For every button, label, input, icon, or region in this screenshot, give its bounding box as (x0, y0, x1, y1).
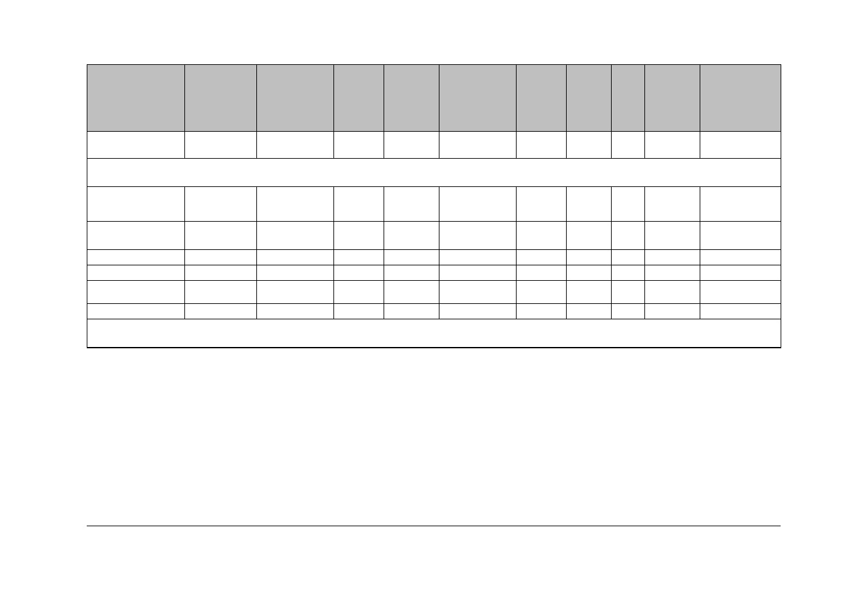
table-cell (334, 187, 384, 222)
table-cell (567, 304, 612, 319)
table-row (87, 187, 781, 222)
table-cell (185, 304, 257, 319)
page (87, 64, 781, 348)
table-cell (334, 281, 384, 304)
table-cell (257, 222, 334, 250)
table-cell (645, 132, 700, 159)
table-cell (87, 265, 185, 281)
table-cell-merged (87, 159, 781, 187)
table-cell (185, 265, 257, 281)
table-cell (612, 222, 645, 250)
table-header-cell (645, 65, 700, 132)
table-row (87, 304, 781, 319)
table-cell (384, 132, 439, 159)
table-cell (334, 304, 384, 319)
table-cell-merged (87, 319, 781, 348)
table-cell (257, 265, 334, 281)
table-row (87, 132, 781, 159)
table-row (87, 281, 781, 304)
table-cell (700, 304, 781, 319)
table-cell (439, 222, 517, 250)
table-cell (384, 222, 439, 250)
table-cell (185, 222, 257, 250)
table-cell (334, 250, 384, 265)
table-cell (439, 250, 517, 265)
table-cell (517, 222, 567, 250)
table-header-cell (439, 65, 517, 132)
table-cell (645, 222, 700, 250)
table-cell (612, 187, 645, 222)
table-cell (439, 187, 517, 222)
table-cell (567, 265, 612, 281)
table-header-cell (700, 65, 781, 132)
table-cell (612, 265, 645, 281)
table-cell (645, 281, 700, 304)
table-cell (567, 132, 612, 159)
table-header-cell (567, 65, 612, 132)
table-cell (567, 187, 612, 222)
table-header-cell (517, 65, 567, 132)
table-cell (517, 265, 567, 281)
table-cell (567, 250, 612, 265)
table-cell (612, 132, 645, 159)
table-header-cell (257, 65, 334, 132)
table-cell (87, 187, 185, 222)
table-cell (87, 250, 185, 265)
table-header-cell (87, 65, 185, 132)
table-cell (567, 281, 612, 304)
table-cell (700, 187, 781, 222)
table-cell (257, 250, 334, 265)
table-cell (384, 250, 439, 265)
table-header-row (87, 65, 781, 132)
table-cell (185, 250, 257, 265)
table-cell (334, 132, 384, 159)
table-cell (185, 187, 257, 222)
table-cell (517, 187, 567, 222)
table-cell (87, 222, 185, 250)
data-table (87, 64, 781, 348)
table-cell (517, 281, 567, 304)
table-cell (87, 304, 185, 319)
table-cell (257, 281, 334, 304)
table-cell (384, 281, 439, 304)
table-cell (612, 250, 645, 265)
table-cell (87, 281, 185, 304)
table-cell (700, 281, 781, 304)
table-cell (439, 265, 517, 281)
table-cell (439, 304, 517, 319)
table-row (87, 222, 781, 250)
table-cell (517, 132, 567, 159)
table-cell (87, 132, 185, 159)
table-cell (334, 265, 384, 281)
table-cell (645, 187, 700, 222)
table-header-cell (384, 65, 439, 132)
table-cell (645, 265, 700, 281)
table-cell (645, 250, 700, 265)
table-cell (700, 265, 781, 281)
table-cell (439, 281, 517, 304)
table-row-merged (87, 319, 781, 348)
table-cell (700, 250, 781, 265)
table-cell (700, 132, 781, 159)
table-cell (645, 304, 700, 319)
table-cell (612, 304, 645, 319)
footer-separator (87, 526, 781, 526)
table-cell (257, 132, 334, 159)
table-cell (185, 132, 257, 159)
table-cell (384, 265, 439, 281)
table-header-cell (334, 65, 384, 132)
table-cell (384, 187, 439, 222)
table-cell (257, 187, 334, 222)
table-row-merged (87, 159, 781, 187)
table-cell (612, 281, 645, 304)
table-cell (257, 304, 334, 319)
table-cell (567, 222, 612, 250)
table-row (87, 250, 781, 265)
table-cell (517, 250, 567, 265)
table-header-cell (612, 65, 645, 132)
table-cell (517, 304, 567, 319)
table-cell (700, 222, 781, 250)
table-row (87, 265, 781, 281)
table-header-cell (185, 65, 257, 132)
table-cell (334, 222, 384, 250)
